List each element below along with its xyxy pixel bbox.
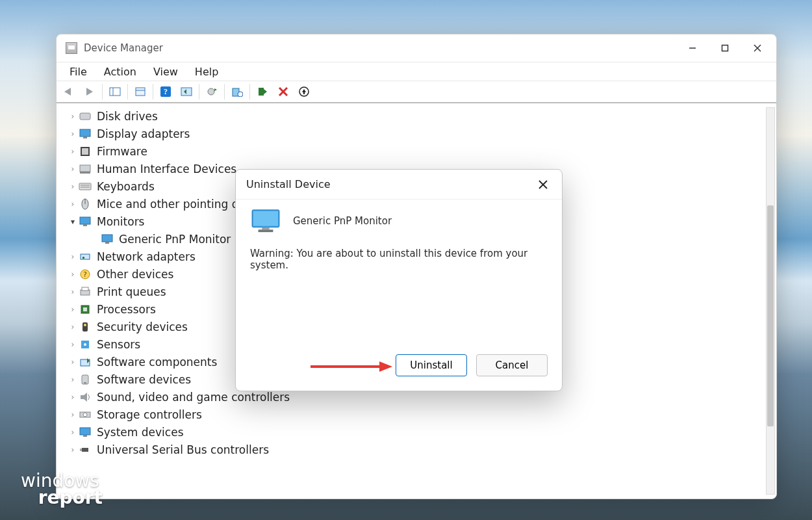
svg-rect-46 (82, 287, 88, 291)
update-driver-button[interactable] (203, 83, 220, 100)
tree-item[interactable]: ›System devices (67, 423, 776, 441)
tree-label: Sensors (97, 338, 140, 351)
tree-label: Software devices (97, 373, 191, 386)
category-icon (79, 303, 92, 316)
svg-marker-71 (379, 361, 392, 372)
svg-rect-67 (253, 211, 278, 226)
svg-rect-69 (259, 229, 273, 232)
help-button[interactable]: ? (157, 83, 174, 100)
scrollbar[interactable] (766, 107, 775, 495)
category-icon (79, 198, 92, 211)
chevron-right-icon[interactable]: › (67, 375, 79, 384)
chevron-right-icon[interactable]: › (67, 393, 79, 402)
svg-point-17 (238, 92, 243, 97)
category-icon (79, 145, 92, 158)
svg-marker-19 (264, 89, 267, 94)
menu-action[interactable]: Action (96, 64, 144, 79)
category-icon (79, 338, 92, 351)
svg-marker-5 (86, 88, 93, 96)
svg-marker-57 (81, 393, 87, 402)
svg-rect-38 (83, 224, 87, 226)
category-icon (79, 110, 92, 123)
chevron-down-icon[interactable]: ▾ (67, 217, 79, 226)
monitor-icon (250, 209, 281, 233)
tree-item[interactable]: ›Firmware (67, 142, 776, 160)
tree-item[interactable]: ›Display adapters (67, 125, 776, 142)
annotation-arrow-icon (309, 360, 394, 373)
forward-button[interactable] (81, 83, 98, 100)
svg-rect-48 (83, 307, 87, 311)
titlebar: Device Manager (57, 34, 776, 62)
close-button[interactable] (741, 34, 774, 62)
chevron-right-icon[interactable]: › (67, 428, 79, 437)
chevron-right-icon[interactable]: › (67, 129, 79, 138)
category-icon (79, 215, 92, 228)
tree-item[interactable]: ›Universal Serial Bus controllers (67, 441, 776, 458)
category-icon (79, 373, 92, 386)
chevron-right-icon[interactable]: › (67, 147, 79, 156)
monitor-icon (101, 233, 114, 246)
scrollbar-thumb[interactable] (767, 205, 774, 426)
scan-hardware-button[interactable] (296, 83, 312, 100)
minimize-button[interactable] (676, 34, 709, 62)
chevron-right-icon[interactable]: › (67, 287, 79, 296)
svg-rect-62 (82, 448, 88, 452)
category-icon (79, 443, 92, 456)
show-hide-tree-button[interactable] (107, 83, 123, 100)
tree-label: Firmware (97, 145, 147, 158)
svg-rect-42 (82, 257, 84, 259)
chevron-right-icon[interactable]: › (67, 270, 79, 279)
chevron-right-icon[interactable]: › (67, 182, 79, 191)
disable-device-button[interactable] (275, 83, 292, 100)
chevron-right-icon[interactable]: › (67, 358, 79, 367)
tree-label: Network adapters (97, 250, 196, 263)
svg-rect-18 (259, 88, 264, 96)
svg-rect-29 (82, 148, 88, 155)
scan-button[interactable] (178, 83, 195, 100)
dialog-close-button[interactable] (535, 176, 552, 193)
chevron-right-icon[interactable]: › (67, 340, 79, 349)
category-icon (79, 127, 92, 140)
svg-point-50 (84, 324, 86, 326)
uninstall-device-button[interactable] (229, 83, 246, 100)
chevron-right-icon[interactable]: › (67, 322, 79, 332)
chevron-right-icon[interactable]: › (67, 112, 79, 121)
category-icon (79, 391, 92, 404)
cancel-button[interactable]: Cancel (476, 354, 548, 376)
chevron-right-icon[interactable]: › (67, 445, 79, 454)
tree-label: Print queues (97, 285, 166, 298)
maximize-button[interactable] (709, 34, 741, 62)
enable-device-button[interactable] (254, 83, 271, 100)
svg-rect-31 (80, 172, 90, 174)
app-icon (66, 42, 77, 54)
svg-rect-24 (303, 92, 305, 94)
chevron-right-icon[interactable]: › (67, 305, 79, 314)
properties-button[interactable] (132, 83, 149, 100)
category-icon (79, 356, 92, 369)
chevron-right-icon[interactable]: › (67, 200, 79, 209)
svg-text:?: ? (164, 87, 168, 96)
chevron-right-icon[interactable]: › (67, 410, 79, 419)
tree-item[interactable]: ›Storage controllers (67, 406, 776, 423)
tree-label: Disk drives (97, 110, 158, 123)
category-icon (79, 426, 92, 439)
tree-label: Generic PnP Monitor (119, 233, 231, 246)
watermark: windows report (21, 473, 103, 507)
chevron-right-icon[interactable]: › (67, 164, 79, 174)
dialog-warning: Warning: You are about to uninstall this… (250, 248, 548, 271)
svg-text:?: ? (83, 270, 87, 279)
menu-help[interactable]: Help (187, 64, 226, 79)
menubar: File Action View Help (57, 62, 776, 81)
svg-rect-27 (83, 136, 87, 138)
menu-file[interactable]: File (62, 64, 95, 79)
dialog-device-name: Generic PnP Monitor (293, 215, 392, 227)
tree-item[interactable]: ›Disk drives (67, 107, 776, 125)
svg-rect-8 (136, 88, 145, 96)
uninstall-button[interactable]: Uninstall (396, 354, 467, 376)
menu-view[interactable]: View (146, 64, 186, 79)
svg-marker-15 (214, 88, 217, 91)
tree-label: Storage controllers (97, 408, 202, 421)
category-icon: ? (79, 268, 92, 281)
chevron-right-icon[interactable]: › (67, 252, 79, 261)
back-button[interactable] (60, 83, 77, 100)
